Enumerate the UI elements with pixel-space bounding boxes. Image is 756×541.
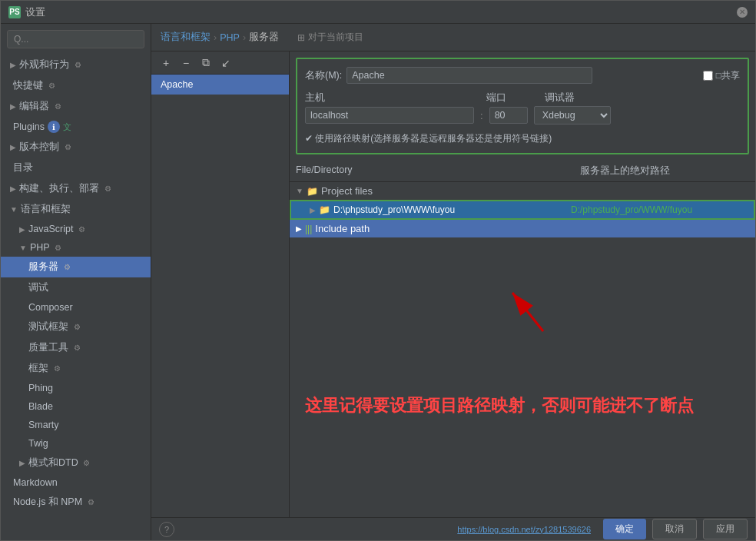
sidebar-item-build[interactable]: ▶ 构建、执行、部署 ⚙ [1, 178, 151, 199]
annotation-text: 这里记得要设置项目路径映射，否则可能进不了断点 [305, 394, 694, 417]
sidebar-item-label: Smarty [28, 420, 59, 430]
import-server-button[interactable]: ↙ [217, 55, 234, 71]
share-label: □共享 [716, 69, 740, 82]
breadcrumb-languages[interactable]: 语言和框架 [161, 31, 211, 44]
sidebar-item-servers[interactable]: 服务器 ⚙ [1, 257, 151, 277]
sidebar-item-plugins[interactable]: Plugins ℹ 文 [1, 117, 151, 137]
sidebar-item-appearance[interactable]: ▶ 外观和行为 ⚙ [1, 55, 151, 75]
project-files-row[interactable]: ▼ 📁 Project files [290, 182, 755, 200]
sidebar-item-twig[interactable]: Twig [1, 434, 151, 453]
sidebar-item-markdown[interactable]: Markdown [1, 473, 151, 492]
host-header: 主机 [305, 91, 325, 105]
sidebar-item-quality-tools[interactable]: 质量工具 ⚙ [1, 337, 151, 358]
apply-project-label: 对于当前项目 [308, 31, 363, 44]
settings-icon: ⚙ [85, 497, 96, 508]
sidebar-item-nodejs[interactable]: Node.js 和 NPM ⚙ [1, 492, 151, 513]
close-button[interactable]: ✕ [737, 7, 748, 18]
title-bar-controls: ✕ [737, 7, 748, 18]
copy-server-button[interactable]: ⧉ [197, 55, 214, 71]
app-icon: PS [8, 6, 21, 18]
sidebar-item-label: JavaScript [28, 224, 73, 234]
sidebar-item-phing[interactable]: Phing [1, 379, 151, 397]
file-directory-table: File/Directory 服务器上的绝对路径 ▼ 📁 Project fil… [290, 161, 755, 237]
sidebar-item-composer[interactable]: Composer [1, 298, 151, 317]
include-path-row[interactable]: ▶ ||| Include path [290, 220, 755, 237]
main-content: Q... ▶ 外观和行为 ⚙ 快捷键 ⚙ ▶ 编辑器 ⚙ Plugins ℹ 文 [1, 24, 755, 540]
settings-icon: ⚙ [62, 142, 73, 153]
add-server-button[interactable]: + [158, 55, 174, 71]
sidebar-item-blade[interactable]: Blade [1, 397, 151, 416]
folder-icon: 📁 [307, 186, 318, 197]
sidebar-item-label: 测试框架 [28, 320, 68, 334]
sidebar-item-directory[interactable]: 目录 [1, 158, 151, 178]
collapse-icon: ▼ [296, 187, 303, 195]
share-checkbox[interactable]: □共享 [703, 69, 740, 82]
svg-line-1 [512, 293, 543, 331]
sidebar-item-label: Phing [28, 383, 53, 393]
host-input[interactable] [305, 107, 474, 124]
port-input[interactable] [489, 107, 528, 124]
column-headers: File/Directory 服务器上的绝对路径 [290, 161, 755, 182]
window-title: 设置 [25, 5, 737, 19]
settings-icon: ⚙ [71, 343, 82, 353]
sidebar-item-debug[interactable]: 调试 [1, 277, 151, 298]
search-input[interactable]: Q... [7, 30, 144, 48]
plugin-badge: ℹ [48, 121, 60, 133]
arrow-icon: ▶ [10, 102, 16, 111]
col-file-header: File/Directory [296, 164, 580, 178]
sidebar-item-test-frameworks[interactable]: 测试框架 ⚙ [1, 317, 151, 337]
expand-icon: ▶ [310, 206, 316, 214]
sidebar-item-schema-dtd[interactable]: ▶ 模式和DTD ⚙ [1, 453, 151, 473]
breadcrumb-sep2: › [243, 32, 246, 43]
project-files-cell: ▼ 📁 Project files [296, 185, 572, 197]
sidebar-item-vcs[interactable]: ▶ 版本控制 ⚙ [1, 137, 151, 158]
include-icon: ||| [305, 224, 312, 234]
sidebar-item-label: Twig [28, 438, 48, 449]
help-button[interactable]: ? [159, 522, 174, 537]
remove-server-button[interactable]: − [177, 55, 194, 71]
sidebar-item-keymap[interactable]: 快捷键 ⚙ [1, 75, 151, 96]
breadcrumb-sep1: › [214, 32, 217, 43]
server-config-section: 名称(M): □共享 主机 端口 调试器 [296, 58, 749, 154]
share-check[interactable] [703, 71, 713, 81]
settings-icon: ⚙ [46, 81, 57, 91]
debugger-select[interactable]: Xdebug [534, 106, 611, 124]
breadcrumb-php[interactable]: PHP [220, 32, 240, 43]
name-input[interactable] [346, 67, 592, 84]
sidebar-item-label: Node.js 和 NPM [13, 496, 82, 509]
title-bar: PS 设置 ✕ [1, 1, 755, 24]
sidebar-item-frameworks[interactable]: 框架 ⚙ [1, 358, 151, 379]
arrow-annotation [497, 277, 559, 341]
sidebar-item-label: 快捷键 [13, 79, 43, 92]
mapping-local-cell: ▶ 📁 D:\phpstudy_pro\WWW\fuyou [310, 204, 571, 215]
action-buttons: 确定 取消 应用 [603, 519, 748, 539]
arrow-icon: ▶ [19, 459, 25, 467]
sidebar-item-label: 调试 [28, 281, 48, 294]
settings-icon: ⚙ [53, 242, 64, 253]
mapping-row[interactable]: ▶ 📁 D:\phpstudy_pro\WWW\fuyou D:/phpstud… [290, 200, 755, 220]
settings-icon: ⚙ [72, 60, 83, 71]
ok-button[interactable]: 确定 [603, 519, 646, 539]
sidebar-item-smarty[interactable]: Smarty [1, 416, 151, 434]
server-list-item-apache[interactable]: Apache [151, 75, 289, 95]
sidebar-item-php[interactable]: ▼ PHP ⚙ [1, 238, 151, 257]
arrow-icon: ▶ [19, 225, 25, 234]
include-path-cell: ▶ ||| Include path [296, 223, 572, 234]
settings-icon: ⚙ [76, 224, 87, 234]
host-row: : Xdebug [305, 106, 740, 124]
sidebar-item-languages[interactable]: ▼ 语言和框架 [1, 199, 151, 220]
apply-button[interactable]: 应用 [703, 519, 748, 539]
sidebar-item-javascript[interactable]: ▶ JavaScript ⚙ [1, 220, 151, 238]
apply-project-btn[interactable]: ⊞ 对于当前项目 [297, 31, 363, 44]
arrow-icon: ▼ [10, 205, 18, 214]
arrow-icon: ▶ [10, 143, 16, 151]
cancel-button[interactable]: 取消 [652, 519, 697, 539]
mapping-local-path: D:\phpstudy_pro\WWW\fuyou [333, 204, 455, 215]
include-path-label: Include path [315, 223, 370, 234]
sidebar-item-label: Blade [28, 401, 53, 412]
sidebar-item-editor[interactable]: ▶ 编辑器 ⚙ [1, 96, 151, 117]
settings-icon: ⚙ [81, 458, 92, 469]
watermark-link: https://blog.csdn.net/zy1281539626 [457, 525, 591, 534]
sidebar-item-label: 框架 [28, 362, 48, 375]
path-mapping-label: ✔ 使用路径映射(选择服务器是远程服务器还是使用符号链接) [305, 132, 552, 145]
